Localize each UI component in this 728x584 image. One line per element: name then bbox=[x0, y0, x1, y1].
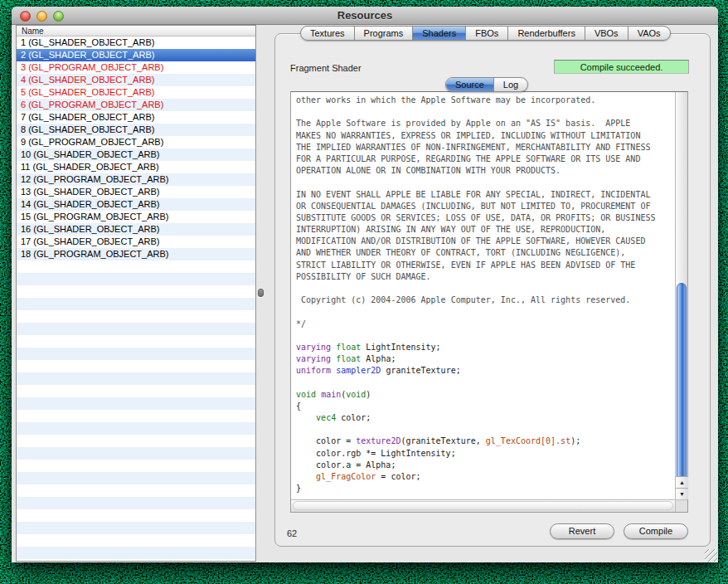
horizontal-scrollbar[interactable] bbox=[291, 499, 675, 512]
source-line: Copyright (c) 2004-2006 Apple Computer, … bbox=[296, 295, 675, 307]
title-bar[interactable]: Resources bbox=[12, 7, 718, 25]
source-line: POSSIBILITY OF SUCH DAMAGE. bbox=[296, 272, 675, 284]
list-row[interactable]: 7 (GL_SHADER_OBJECT_ARB) bbox=[17, 111, 255, 124]
source-code[interactable]: other works in which the Apple Software … bbox=[291, 92, 675, 499]
list-row-empty bbox=[17, 273, 255, 285]
source-line bbox=[296, 307, 675, 319]
tab-source[interactable]: Source bbox=[446, 78, 493, 91]
resize-grip-icon[interactable] bbox=[705, 549, 717, 562]
list-row[interactable]: 8 (GL_SHADER_OBJECT_ARB) bbox=[17, 124, 255, 136]
scroll-down-arrow-icon[interactable]: ▼ bbox=[676, 488, 688, 499]
list-row[interactable]: 18 (GL_PROGRAM_OBJECT_ARB) bbox=[17, 248, 255, 260]
source-line: color.a = Alpha; bbox=[296, 460, 675, 472]
list-row-empty bbox=[17, 534, 255, 547]
source-line: gl_FragColor = color; bbox=[296, 472, 675, 484]
list-row-empty bbox=[17, 285, 255, 298]
list-row[interactable]: 13 (GL_SHADER_OBJECT_ARB) bbox=[17, 186, 255, 198]
list-row[interactable]: 1 (GL_SHADER_OBJECT_ARB) bbox=[17, 36, 255, 49]
tab-renderbuffers[interactable]: Renderbuffers bbox=[507, 27, 585, 40]
tab-textures[interactable]: Textures bbox=[301, 27, 354, 40]
source-line: AND WHETHER UNDER THEORY OF CONTRACT, TO… bbox=[296, 248, 675, 260]
source-line: varying float LightIntensity; bbox=[296, 343, 675, 354]
tab-shaders[interactable]: Shaders bbox=[412, 27, 465, 40]
source-line: OR CONSEQUENTIAL DAMAGES (INCLUDING, BUT… bbox=[296, 202, 675, 213]
source-line: color = texture2D(graniteTexture, gl_Tex… bbox=[296, 436, 675, 448]
tab-fbos[interactable]: FBOs bbox=[465, 27, 507, 40]
shader-type-label: Fragment Shader bbox=[290, 63, 362, 73]
list-row-empty bbox=[17, 509, 255, 522]
source-line: INTERRUPTION) ARISING IN ANY WAY OUT OF … bbox=[296, 225, 675, 236]
list-row-empty bbox=[17, 497, 255, 509]
list-row[interactable]: 6 (GL_PROGRAM_OBJECT_ARB) bbox=[17, 99, 255, 111]
list-row[interactable]: 15 (GL_PROGRAM_OBJECT_ARB) bbox=[17, 211, 255, 223]
list-row-empty bbox=[17, 323, 255, 335]
source-line: color.rgb *= LightIntensity; bbox=[296, 449, 675, 460]
source-line: MODIFICATION AND/OR DISTRIBUTION OF THE … bbox=[296, 236, 675, 248]
source-line: The Apple Software is provided by Apple … bbox=[296, 119, 675, 130]
list-row-empty bbox=[17, 522, 255, 534]
list-body: 1 (GL_SHADER_OBJECT_ARB)2 (GL_SHADER_OBJ… bbox=[17, 36, 255, 562]
source-line: { bbox=[296, 402, 675, 413]
list-row[interactable]: 10 (GL_SHADER_OBJECT_ARB) bbox=[17, 148, 255, 161]
source-line: */ bbox=[296, 319, 675, 331]
list-row-empty bbox=[17, 260, 255, 273]
list-row[interactable]: 5 (GL_SHADER_OBJECT_ARB) bbox=[17, 86, 255, 99]
list-row-empty bbox=[17, 435, 255, 447]
source-line: } bbox=[296, 484, 675, 495]
list-row-empty bbox=[17, 472, 255, 484]
list-row-empty bbox=[17, 360, 255, 372]
source-line bbox=[296, 425, 675, 436]
tab-vaos[interactable]: VAOs bbox=[628, 27, 670, 40]
shader-id-label: 62 bbox=[287, 528, 297, 538]
minimize-button-icon[interactable] bbox=[36, 11, 47, 22]
list-row[interactable]: 2 (GL_SHADER_OBJECT_ARB) bbox=[17, 49, 255, 61]
source-line bbox=[296, 284, 675, 295]
compile-button[interactable]: Compile bbox=[624, 523, 688, 539]
list-row[interactable]: 12 (GL_PROGRAM_OBJECT_ARB) bbox=[17, 173, 255, 186]
source-line: varying float Alpha; bbox=[296, 354, 675, 366]
source-line: vec4 color; bbox=[296, 413, 675, 425]
list-row-empty bbox=[17, 422, 255, 435]
source-line: other works in which the Apple Software … bbox=[296, 95, 675, 107]
resources-window: Resources Name 1 (GL_SHADER_OBJECT_ARB)2… bbox=[12, 7, 718, 562]
list-row-empty bbox=[17, 559, 255, 562]
source-line: IN NO EVENT SHALL APPLE BE LIABLE FOR AN… bbox=[296, 190, 675, 202]
list-row-empty bbox=[17, 447, 255, 460]
list-row[interactable]: 4 (GL_SHADER_OBJECT_ARB) bbox=[17, 74, 255, 86]
compile-status-badge: Compile succeeded. bbox=[554, 60, 689, 74]
source-line bbox=[296, 178, 675, 189]
splitter-handle[interactable] bbox=[258, 289, 264, 297]
close-button-icon[interactable] bbox=[20, 11, 31, 22]
list-row-empty bbox=[17, 298, 255, 310]
source-line: MAKES NO WARRANTIES, EXPRESS OR IMPLIED,… bbox=[296, 131, 675, 143]
tab-programs[interactable]: Programs bbox=[354, 27, 413, 40]
zoom-button-icon[interactable] bbox=[53, 11, 64, 22]
list-row[interactable]: 16 (GL_SHADER_OBJECT_ARB) bbox=[17, 223, 255, 236]
tab-vbos[interactable]: VBOs bbox=[585, 27, 628, 40]
list-row-empty bbox=[17, 335, 255, 348]
tab-log[interactable]: Log bbox=[493, 78, 527, 91]
list-row[interactable]: 11 (GL_SHADER_OBJECT_ARB) bbox=[17, 161, 255, 173]
list-column-header[interactable]: Name bbox=[17, 26, 255, 36]
list-row[interactable]: 9 (GL_PROGRAM_OBJECT_ARB) bbox=[17, 136, 255, 148]
source-line: void main(void) bbox=[296, 390, 675, 402]
source-line: THE IMPLIED WARRANTIES OF NON-INFRINGEME… bbox=[296, 143, 675, 154]
vertical-scrollbar-thumb[interactable] bbox=[677, 283, 687, 482]
list-row-empty bbox=[17, 310, 255, 323]
horizontal-scrollbar-thumb[interactable] bbox=[293, 501, 673, 510]
scrollbar-corner bbox=[675, 499, 687, 512]
list-row-empty bbox=[17, 372, 255, 385]
vertical-scrollbar[interactable]: ▲ ▼ bbox=[675, 92, 687, 499]
list-row-empty bbox=[17, 385, 255, 397]
list-row[interactable]: 14 (GL_SHADER_OBJECT_ARB) bbox=[17, 198, 255, 211]
list-row[interactable]: 3 (GL_PROGRAM_OBJECT_ARB) bbox=[17, 61, 255, 74]
list-row-empty bbox=[17, 484, 255, 497]
scroll-up-arrow-icon[interactable]: ▲ bbox=[676, 476, 688, 488]
source-log-tab-bar: SourceLog bbox=[445, 77, 528, 92]
list-row-empty bbox=[17, 547, 255, 559]
source-line bbox=[296, 378, 675, 390]
list-row[interactable]: 17 (GL_SHADER_OBJECT_ARB) bbox=[17, 236, 255, 248]
list-row-empty bbox=[17, 460, 255, 472]
revert-button[interactable]: Revert bbox=[550, 523, 614, 539]
shader-source-editor[interactable]: other works in which the Apple Software … bbox=[290, 91, 688, 513]
